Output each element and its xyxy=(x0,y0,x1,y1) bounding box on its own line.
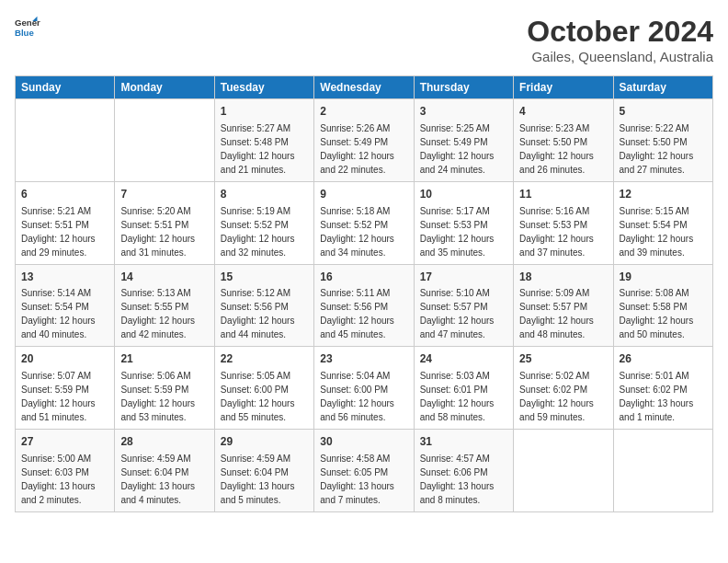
header-tuesday: Tuesday xyxy=(214,76,313,99)
calendar-table: SundayMondayTuesdayWednesdayThursdayFrid… xyxy=(15,75,713,512)
day-number: 7 xyxy=(120,187,208,202)
calendar-cell: 31Sunrise: 4:57 AM Sunset: 6:06 PM Dayli… xyxy=(414,430,513,512)
calendar-cell xyxy=(115,99,214,182)
calendar-cell: 6Sunrise: 5:21 AM Sunset: 5:51 PM Daylig… xyxy=(16,181,115,264)
header-wednesday: Wednesday xyxy=(314,76,414,99)
day-number: 29 xyxy=(221,434,308,450)
day-number: 30 xyxy=(320,434,407,450)
day-info: Sunrise: 5:14 AM Sunset: 5:54 PM Dayligh… xyxy=(21,286,108,341)
title-block: October 2024 Gailes, Queensland, Austral… xyxy=(527,15,713,64)
calendar-cell: 2Sunrise: 5:26 AM Sunset: 5:49 PM Daylig… xyxy=(314,99,414,182)
page-header: General Blue October 2024 Gailes, Queens… xyxy=(15,15,713,64)
calendar-week-5: 27Sunrise: 5:00 AM Sunset: 6:03 PM Dayli… xyxy=(16,430,713,512)
day-info: Sunrise: 5:05 AM Sunset: 6:00 PM Dayligh… xyxy=(221,369,308,424)
calendar-cell: 21Sunrise: 5:06 AM Sunset: 5:59 PM Dayli… xyxy=(115,347,214,430)
day-number: 9 xyxy=(320,187,407,202)
day-info: Sunrise: 5:06 AM Sunset: 5:59 PM Dayligh… xyxy=(120,369,208,424)
day-info: Sunrise: 5:20 AM Sunset: 5:51 PM Dayligh… xyxy=(120,204,208,259)
calendar-cell: 1Sunrise: 5:27 AM Sunset: 5:48 PM Daylig… xyxy=(214,99,313,182)
calendar-cell: 22Sunrise: 5:05 AM Sunset: 6:00 PM Dayli… xyxy=(214,347,313,430)
day-info: Sunrise: 4:59 AM Sunset: 6:04 PM Dayligh… xyxy=(221,452,308,507)
day-number: 12 xyxy=(620,187,707,202)
day-info: Sunrise: 5:18 AM Sunset: 5:52 PM Dayligh… xyxy=(320,204,407,259)
calendar-cell: 27Sunrise: 5:00 AM Sunset: 6:03 PM Dayli… xyxy=(16,430,115,512)
day-number: 2 xyxy=(320,104,407,120)
day-info: Sunrise: 5:17 AM Sunset: 5:53 PM Dayligh… xyxy=(420,204,507,259)
header-sunday: Sunday xyxy=(16,76,115,99)
day-number: 31 xyxy=(420,434,507,450)
calendar-cell xyxy=(613,430,712,512)
day-number: 19 xyxy=(620,270,707,285)
day-number: 20 xyxy=(21,351,108,367)
day-info: Sunrise: 4:58 AM Sunset: 6:05 PM Dayligh… xyxy=(320,452,407,507)
day-info: Sunrise: 5:02 AM Sunset: 6:02 PM Dayligh… xyxy=(519,369,607,424)
calendar-cell: 17Sunrise: 5:10 AM Sunset: 5:57 PM Dayli… xyxy=(414,264,513,347)
day-number: 17 xyxy=(420,270,507,285)
calendar-cell: 24Sunrise: 5:03 AM Sunset: 6:01 PM Dayli… xyxy=(414,347,513,430)
header-saturday: Saturday xyxy=(613,76,712,99)
day-info: Sunrise: 5:13 AM Sunset: 5:55 PM Dayligh… xyxy=(120,286,208,341)
header-friday: Friday xyxy=(514,76,613,99)
calendar-header-row: SundayMondayTuesdayWednesdayThursdayFrid… xyxy=(16,76,713,99)
day-info: Sunrise: 5:01 AM Sunset: 6:02 PM Dayligh… xyxy=(620,369,707,424)
calendar-cell: 5Sunrise: 5:22 AM Sunset: 5:50 PM Daylig… xyxy=(613,99,712,182)
day-number: 6 xyxy=(21,187,108,202)
calendar-cell: 8Sunrise: 5:19 AM Sunset: 5:52 PM Daylig… xyxy=(214,181,313,264)
calendar-cell: 9Sunrise: 5:18 AM Sunset: 5:52 PM Daylig… xyxy=(314,181,414,264)
day-info: Sunrise: 5:25 AM Sunset: 5:49 PM Dayligh… xyxy=(420,121,507,177)
day-info: Sunrise: 5:19 AM Sunset: 5:52 PM Dayligh… xyxy=(221,204,308,259)
calendar-cell: 10Sunrise: 5:17 AM Sunset: 5:53 PM Dayli… xyxy=(414,181,513,264)
calendar-cell: 14Sunrise: 5:13 AM Sunset: 5:55 PM Dayli… xyxy=(115,264,214,347)
calendar-week-4: 20Sunrise: 5:07 AM Sunset: 5:59 PM Dayli… xyxy=(16,347,713,430)
day-info: Sunrise: 5:21 AM Sunset: 5:51 PM Dayligh… xyxy=(21,204,108,259)
calendar-cell: 29Sunrise: 4:59 AM Sunset: 6:04 PM Dayli… xyxy=(214,430,313,512)
logo-icon: General Blue xyxy=(15,15,40,40)
calendar-cell: 15Sunrise: 5:12 AM Sunset: 5:56 PM Dayli… xyxy=(214,264,313,347)
day-number: 28 xyxy=(120,434,208,450)
calendar-cell: 19Sunrise: 5:08 AM Sunset: 5:58 PM Dayli… xyxy=(613,264,712,347)
day-number: 5 xyxy=(620,104,707,120)
day-number: 3 xyxy=(420,104,507,120)
day-info: Sunrise: 5:12 AM Sunset: 5:56 PM Dayligh… xyxy=(221,286,308,341)
day-info: Sunrise: 5:22 AM Sunset: 5:50 PM Dayligh… xyxy=(620,121,707,177)
calendar-cell: 26Sunrise: 5:01 AM Sunset: 6:02 PM Dayli… xyxy=(613,347,712,430)
calendar-cell: 20Sunrise: 5:07 AM Sunset: 5:59 PM Dayli… xyxy=(16,347,115,430)
day-number: 23 xyxy=(320,351,407,367)
day-info: Sunrise: 5:11 AM Sunset: 5:56 PM Dayligh… xyxy=(320,286,407,341)
day-number: 26 xyxy=(620,351,707,367)
day-info: Sunrise: 4:59 AM Sunset: 6:04 PM Dayligh… xyxy=(120,452,208,507)
day-info: Sunrise: 5:00 AM Sunset: 6:03 PM Dayligh… xyxy=(21,452,108,507)
calendar-cell: 18Sunrise: 5:09 AM Sunset: 5:57 PM Dayli… xyxy=(514,264,613,347)
day-info: Sunrise: 5:04 AM Sunset: 6:00 PM Dayligh… xyxy=(320,369,407,424)
day-info: Sunrise: 5:23 AM Sunset: 5:50 PM Dayligh… xyxy=(519,121,607,177)
calendar-cell: 23Sunrise: 5:04 AM Sunset: 6:00 PM Dayli… xyxy=(314,347,414,430)
day-number: 1 xyxy=(221,104,308,120)
calendar-week-3: 13Sunrise: 5:14 AM Sunset: 5:54 PM Dayli… xyxy=(16,264,713,347)
day-number: 24 xyxy=(420,351,507,367)
calendar-week-2: 6Sunrise: 5:21 AM Sunset: 5:51 PM Daylig… xyxy=(16,181,713,264)
calendar-cell: 4Sunrise: 5:23 AM Sunset: 5:50 PM Daylig… xyxy=(514,99,613,182)
day-number: 13 xyxy=(21,270,108,285)
day-info: Sunrise: 5:07 AM Sunset: 5:59 PM Dayligh… xyxy=(21,369,108,424)
day-info: Sunrise: 5:15 AM Sunset: 5:54 PM Dayligh… xyxy=(620,204,707,259)
calendar-cell: 3Sunrise: 5:25 AM Sunset: 5:49 PM Daylig… xyxy=(414,99,513,182)
day-number: 25 xyxy=(519,351,607,367)
day-number: 10 xyxy=(420,187,507,202)
calendar-subtitle: Gailes, Queensland, Australia xyxy=(527,49,713,64)
day-info: Sunrise: 5:08 AM Sunset: 5:58 PM Dayligh… xyxy=(620,286,707,341)
day-number: 14 xyxy=(120,270,208,285)
day-number: 21 xyxy=(120,351,208,367)
day-info: Sunrise: 4:57 AM Sunset: 6:06 PM Dayligh… xyxy=(420,452,507,507)
day-info: Sunrise: 5:16 AM Sunset: 5:53 PM Dayligh… xyxy=(519,204,607,259)
header-monday: Monday xyxy=(115,76,214,99)
day-number: 16 xyxy=(320,270,407,285)
day-number: 27 xyxy=(21,434,108,450)
day-info: Sunrise: 5:03 AM Sunset: 6:01 PM Dayligh… xyxy=(420,369,507,424)
calendar-cell: 25Sunrise: 5:02 AM Sunset: 6:02 PM Dayli… xyxy=(514,347,613,430)
calendar-cell xyxy=(16,99,115,182)
calendar-cell: 7Sunrise: 5:20 AM Sunset: 5:51 PM Daylig… xyxy=(115,181,214,264)
day-info: Sunrise: 5:26 AM Sunset: 5:49 PM Dayligh… xyxy=(320,121,407,177)
calendar-cell xyxy=(514,430,613,512)
calendar-cell: 30Sunrise: 4:58 AM Sunset: 6:05 PM Dayli… xyxy=(314,430,414,512)
day-number: 15 xyxy=(221,270,308,285)
